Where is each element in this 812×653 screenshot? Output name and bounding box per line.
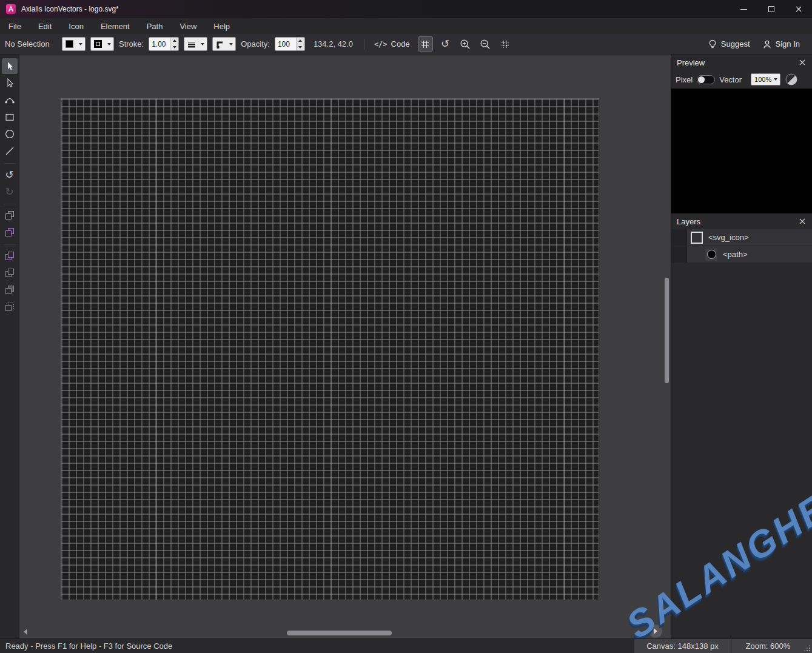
suggest-button[interactable]: Suggest bbox=[708, 39, 750, 49]
rotate-reset-button[interactable]: ↺ bbox=[438, 36, 453, 52]
spin-down-button[interactable] bbox=[297, 44, 304, 51]
layers-close-button[interactable] bbox=[798, 217, 807, 226]
preview-close-button[interactable] bbox=[798, 58, 807, 67]
stroke-join-dropdown[interactable] bbox=[212, 37, 236, 51]
horizontal-scrollbar-thumb[interactable] bbox=[287, 631, 392, 635]
stroke-style-dropdown[interactable] bbox=[184, 37, 207, 51]
hscroll-right-arrow[interactable] bbox=[649, 625, 662, 638]
preview-viewport bbox=[671, 89, 812, 213]
minimize-button[interactable] bbox=[730, 0, 757, 18]
maximize-button[interactable] bbox=[757, 0, 785, 18]
zoom-in-button[interactable] bbox=[458, 36, 473, 52]
opacity-spinners bbox=[296, 38, 304, 50]
sign-in-button[interactable]: Sign In bbox=[762, 39, 800, 49]
pixel-label: Pixel bbox=[676, 75, 693, 84]
hscroll-left-arrow[interactable] bbox=[24, 629, 27, 635]
corner-join-icon bbox=[213, 39, 227, 49]
layers-title: Layers bbox=[677, 217, 700, 226]
layer-row-path[interactable]: <path> bbox=[671, 246, 812, 263]
preview-title: Preview bbox=[677, 58, 705, 67]
preview-zoom-dropdown[interactable]: 100% bbox=[751, 73, 780, 85]
vector-label: Vector bbox=[719, 75, 742, 84]
menu-view[interactable]: View bbox=[171, 19, 205, 33]
layer-row-svg-icon[interactable]: <svg_icon> bbox=[671, 229, 812, 246]
fill-color-swatch bbox=[62, 40, 76, 48]
menu-path[interactable]: Path bbox=[138, 19, 172, 33]
stroke-color-dropdown[interactable] bbox=[90, 37, 114, 51]
zoom-in-icon bbox=[459, 38, 471, 50]
undo-button[interactable]: ↺ bbox=[2, 167, 18, 183]
triangle-down-icon bbox=[173, 46, 176, 49]
grip-dots-icon bbox=[809, 650, 810, 651]
pixel-grid-canvas[interactable] bbox=[61, 98, 599, 600]
close-icon bbox=[799, 59, 805, 65]
zoom-out-button[interactable] bbox=[478, 36, 493, 52]
menu-file[interactable]: File bbox=[0, 19, 30, 33]
vertical-scrollbar-thumb[interactable] bbox=[665, 278, 669, 383]
group-button[interactable] bbox=[2, 282, 18, 298]
menu-edit[interactable]: Edit bbox=[30, 19, 60, 33]
direct-select-tool-button[interactable] bbox=[2, 75, 18, 91]
bring-to-front-button[interactable] bbox=[2, 207, 18, 223]
contrast-circle-icon bbox=[785, 73, 798, 86]
code-view-button[interactable]: </> Code bbox=[371, 38, 413, 50]
ellipse-tool-button[interactable] bbox=[2, 126, 18, 142]
node-edit-tool-button[interactable] bbox=[2, 92, 18, 108]
canvas-area[interactable] bbox=[19, 55, 671, 638]
spin-down-button[interactable] bbox=[170, 44, 178, 51]
stroke-width-input[interactable] bbox=[149, 38, 170, 50]
bring-forward-button[interactable] bbox=[2, 224, 18, 240]
line-icon bbox=[4, 146, 15, 156]
spin-up-button[interactable] bbox=[297, 38, 304, 44]
opacity-input[interactable] bbox=[275, 38, 296, 50]
send-backward-button[interactable] bbox=[2, 248, 18, 264]
selection-status-label: No Selection bbox=[5, 39, 57, 49]
tool-palette: ↺ ↻ bbox=[0, 55, 19, 638]
close-button[interactable] bbox=[785, 0, 812, 18]
chevron-down-icon bbox=[79, 43, 82, 45]
chevron-down-icon bbox=[107, 43, 111, 45]
resize-grip[interactable] bbox=[805, 639, 812, 653]
right-arrow-icon bbox=[654, 628, 657, 634]
grid-toggle-button[interactable] bbox=[418, 36, 433, 52]
spin-up-button[interactable] bbox=[170, 38, 178, 44]
outline-arrow-icon bbox=[4, 78, 15, 89]
undo-icon: ↺ bbox=[5, 170, 13, 180]
ellipse-icon bbox=[4, 129, 15, 139]
close-icon bbox=[799, 218, 805, 224]
menu-help[interactable]: Help bbox=[205, 19, 238, 33]
layer-tree-gutter bbox=[671, 246, 687, 263]
pixel-vector-toggle[interactable] bbox=[697, 75, 715, 84]
right-panel: Preview Pixel Vector 100% Layers <svg_ic… bbox=[671, 55, 812, 638]
toolbar-separator bbox=[364, 39, 364, 50]
redo-button[interactable]: ↻ bbox=[2, 184, 18, 199]
ungroup-button[interactable] bbox=[2, 299, 18, 315]
signin-label: Sign In bbox=[776, 39, 800, 49]
select-tool-button[interactable] bbox=[2, 58, 18, 74]
redo-icon: ↻ bbox=[5, 187, 13, 197]
line-tool-button[interactable] bbox=[2, 143, 18, 159]
palette-separator bbox=[4, 163, 16, 164]
send-to-back-button[interactable] bbox=[2, 265, 18, 281]
zoom-level-indicator: Zoom: 600% bbox=[731, 639, 805, 653]
rectangle-tool-button[interactable] bbox=[2, 109, 18, 125]
grid-guide-line bbox=[564, 99, 565, 600]
stroke-width-spinners bbox=[170, 38, 178, 50]
send-backward-icon bbox=[4, 250, 15, 261]
close-icon bbox=[795, 5, 802, 13]
cursor-coordinates: 134.2, 42.0 bbox=[314, 39, 357, 49]
stroke-label: Stroke: bbox=[119, 39, 144, 49]
minimize-icon bbox=[740, 9, 747, 10]
preview-zoom-value: 100% bbox=[754, 76, 771, 83]
fill-color-dropdown[interactable] bbox=[62, 37, 86, 51]
code-icon: </> bbox=[374, 40, 388, 49]
maximize-icon bbox=[768, 6, 774, 12]
toolbar-right-group: Suggest Sign In bbox=[708, 39, 807, 49]
snap-grid-button[interactable] bbox=[498, 36, 513, 52]
menu-icon[interactable]: Icon bbox=[60, 19, 92, 33]
stroke-width-spinbox bbox=[149, 37, 179, 51]
preview-background-toggle[interactable] bbox=[785, 73, 798, 86]
menu-element[interactable]: Element bbox=[92, 19, 138, 33]
bring-to-front-icon bbox=[4, 210, 15, 221]
toggle-knob bbox=[698, 76, 705, 83]
